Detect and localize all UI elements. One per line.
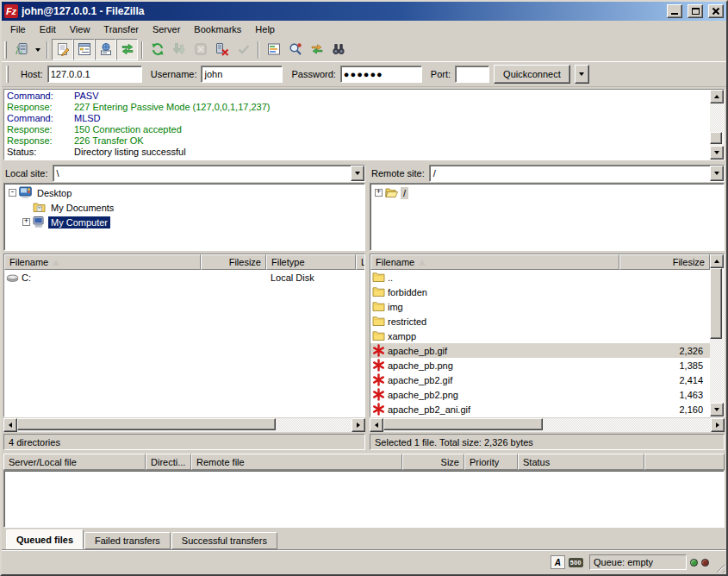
remote-file-row[interactable]: restricted [370,314,710,329]
scroll-up-button[interactable] [710,254,724,268]
remote-file-row[interactable]: xampp [370,329,710,343]
local-file-row[interactable]: C:Local Disk [4,270,364,285]
arrow-left-icon [375,423,378,428]
local-hscroll-track[interactable] [17,418,352,432]
remote-file-row[interactable]: img [370,299,710,314]
remote-vscrollbar[interactable] [710,254,724,416]
close-button[interactable] [708,4,724,18]
scroll-down-button[interactable] [710,403,724,416]
menu-file[interactable]: File [3,22,33,37]
toggle-transfer-queue-button[interactable] [116,39,138,60]
remote-file-row[interactable]: apache_pb.gif2,326 [370,343,710,358]
log-line-text: 227 Entering Passive Mode (127,0,0,1,17,… [74,102,270,113]
menu-help[interactable]: Help [248,22,282,37]
tree-item-root[interactable]: +/ [370,185,724,200]
column-header-filesize[interactable]: Filesize [619,254,710,270]
local-hscroll-thumb[interactable] [17,418,276,430]
disconnect-button[interactable] [211,39,233,60]
file-search-button[interactable] [284,39,306,60]
host-input[interactable] [47,66,142,83]
local-site-combo[interactable]: \ [53,165,365,182]
log-scroll-thumb[interactable] [710,132,722,144]
filter-button[interactable] [263,39,284,60]
column-header-size[interactable]: Size [402,454,464,470]
menu-bookmarks[interactable]: Bookmarks [187,22,248,37]
site-manager-dropdown-button[interactable] [32,39,43,60]
column-header-filetype[interactable]: Filetype [266,254,356,270]
tree-item-desktop[interactable]: -Desktop [4,185,364,200]
quickconnect-button[interactable]: Quickconnect [494,65,570,84]
log-scroll-track[interactable] [710,103,724,146]
local-site-dropdown-button[interactable] [351,166,364,181]
port-input[interactable] [455,66,489,83]
remote-site-combo[interactable]: / [429,165,725,182]
remote-hscroll-thumb[interactable] [383,418,543,430]
column-header-l[interactable]: L [356,254,364,270]
remote-file-row[interactable]: apache_pb2.png1,463 [370,387,710,402]
directory-comparison-button[interactable] [327,39,349,60]
reconnect-button[interactable] [233,39,254,60]
tree-item-my-computer[interactable]: +My Computer [4,215,364,229]
maximize-button[interactable] [688,4,703,18]
expander-icon[interactable]: + [22,218,30,226]
scroll-left-button[interactable] [370,418,383,432]
remote-hscroll-track[interactable] [383,418,711,432]
remote-file-row[interactable]: apache_pb2_ani.gif2,160 [370,402,710,416]
cancel-button[interactable] [190,39,211,60]
expander-icon[interactable]: - [9,189,16,197]
synchronized-browsing-button[interactable] [306,39,327,60]
toggle-remote-tree-button[interactable] [95,39,116,60]
remote-vscroll-track[interactable] [710,268,724,403]
scroll-down-button[interactable] [710,146,724,160]
drive-icon [6,271,20,284]
toggle-local-tree-button[interactable] [73,39,95,60]
speed-limit-icon[interactable]: 500 [569,558,583,567]
tab-failed-transfers[interactable]: Failed transfers [84,532,171,549]
local-file-rows: C:Local Disk [4,270,364,416]
refresh-button[interactable] [146,39,168,60]
column-header-priority[interactable]: Priority [464,454,518,470]
column-header-status[interactable]: Status [518,454,644,470]
column-header-filename[interactable]: Filename [370,254,619,270]
log-scrollbar[interactable] [710,90,724,160]
column-header-server-local-file[interactable]: Server/Local file [3,454,146,470]
site-manager-button[interactable] [10,39,32,60]
scroll-left-button[interactable] [3,418,17,432]
local-site-label: Local site: [3,168,50,178]
scroll-right-button[interactable] [711,418,725,432]
quickbar-grip[interactable] [6,66,9,83]
resize-grip[interactable] [712,560,725,573]
menu-transfer[interactable]: Transfer [96,22,146,37]
remote-vscroll-thumb[interactable] [710,268,722,339]
menu-view[interactable]: View [63,22,97,37]
remote-file-row[interactable]: .. [370,270,710,285]
menu-server[interactable]: Server [146,22,187,37]
local-hscrollbar[interactable] [3,418,365,432]
minimize-button[interactable] [667,4,682,18]
scroll-right-button[interactable] [352,418,365,432]
scroll-up-button[interactable] [710,90,724,103]
toolbar-grip[interactable] [4,41,7,59]
column-header-filename[interactable]: Filename [4,254,201,270]
column-header-[interactable] [644,454,725,470]
expander-icon[interactable]: + [375,189,383,197]
remote-file-row[interactable]: apache_pb2.gif2,414 [370,373,710,387]
column-header-label: Filesize [673,257,705,267]
menu-edit[interactable]: Edit [33,22,63,37]
quickconnect-dropdown-button[interactable] [575,65,589,84]
password-input[interactable] [340,66,422,83]
tree-item-my-documents[interactable]: +My Documents [4,200,364,215]
column-header-directi-[interactable]: Directi... [146,454,191,470]
column-header-remote-file[interactable]: Remote file [191,454,402,470]
column-header-filesize[interactable]: Filesize [201,254,266,270]
remote-file-row[interactable]: forbidden [370,285,710,299]
process-queue-button[interactable] [168,39,190,60]
remote-file-row[interactable]: apache_pb.png1,385 [370,358,710,373]
tab-queued-files[interactable]: Queued files [6,529,84,549]
tab-successful-transfers[interactable]: Successful transfers [171,532,277,549]
remote-hscrollbar[interactable] [370,418,725,432]
username-input[interactable] [201,66,283,83]
toggle-message-log-button[interactable] [52,39,73,60]
transfer-type-icon[interactable]: A [551,555,565,569]
remote-site-dropdown-button[interactable] [710,166,724,181]
